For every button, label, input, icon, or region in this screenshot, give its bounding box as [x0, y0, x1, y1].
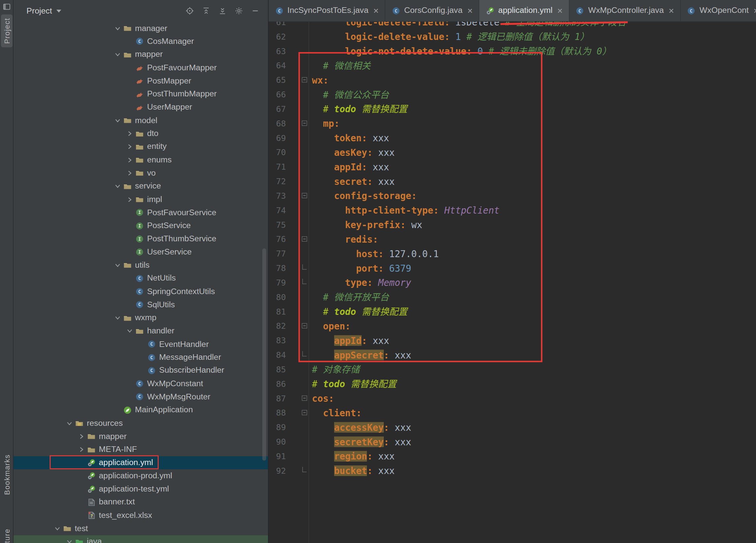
tab-application-yml[interactable]: application.yml× [479, 0, 570, 21]
editor-line-75[interactable]: 75 key-prefix: wx [269, 217, 756, 232]
chevron-down-icon[interactable] [56, 9, 61, 12]
editor-line-90[interactable]: 90 secretKey: xxx [269, 434, 756, 449]
fold-end-marker-icon[interactable] [302, 279, 307, 284]
editor-line-73[interactable]: 73 config-storage: [269, 188, 756, 203]
editor-line-68[interactable]: 68 mp: [269, 116, 756, 131]
stripe-structure-button[interactable]: Structure [0, 529, 14, 543]
collapse-all-icon[interactable] [202, 7, 210, 15]
editor-line-92[interactable]: 92 bucket: xxx [269, 463, 756, 478]
close-icon[interactable]: × [669, 6, 674, 15]
tree-item-application-test-yml[interactable]: application-test.yml [14, 483, 268, 496]
settings-gear-icon[interactable] [235, 7, 243, 15]
tree-item-test-excel-xlsx[interactable]: ?test_excel.xlsx [14, 509, 268, 522]
tree-item-utils[interactable]: utils [14, 259, 268, 272]
editor-line-62[interactable]: 62 logic-delete-value: 1 # 逻辑已删除值（默认为 1） [269, 29, 756, 44]
tree-item-sqlutils[interactable]: CSqlUtils [14, 298, 268, 311]
fold-marker-icon[interactable] [302, 77, 307, 82]
tree-item-userservice[interactable]: IUserService [14, 245, 268, 259]
tree-item-application-prod-yml[interactable]: application-prod.yml [14, 469, 268, 483]
close-icon[interactable]: × [467, 6, 473, 15]
stripe-project-button[interactable]: Project [1, 15, 13, 47]
chevron-collapsed-icon[interactable] [76, 433, 87, 440]
editor-line-63[interactable]: 63 logic-not-delete-value: 0 # 逻辑未删除值（默认… [269, 44, 756, 58]
editor-line-74[interactable]: 74 http-client-type: HttpClient [269, 203, 756, 217]
tree-item-dto[interactable]: dto [14, 127, 268, 140]
tab-incsyncposttoes-java[interactable]: CIncSyncPostToEs.java× [269, 0, 385, 21]
tree-item-wxmp[interactable]: wxmp [14, 311, 268, 325]
chevron-expanded-icon[interactable] [124, 328, 135, 335]
editor-line-89[interactable]: 89 accessKey: xxx [269, 420, 756, 435]
editor-line-64[interactable]: 64 # 微信相关 [269, 58, 756, 73]
tab-wxopencont[interactable]: CWxOpenCont× [681, 0, 756, 21]
tree-item-model[interactable]: model [14, 114, 268, 127]
chevron-expanded-icon[interactable] [112, 183, 123, 189]
editor-line-81[interactable]: 81 # todo 需替换配置 [269, 304, 756, 319]
chevron-expanded-icon[interactable] [64, 538, 75, 543]
tree-item-mainapplication[interactable]: MainApplication [14, 403, 268, 417]
tree-item-entity[interactable]: entity [14, 140, 268, 153]
chevron-collapsed-icon[interactable] [124, 130, 135, 137]
fold-end-marker-icon[interactable] [302, 264, 307, 270]
chevron-expanded-icon[interactable] [112, 315, 123, 321]
tree-item-postthumbservice[interactable]: IPostThumbService [14, 232, 268, 245]
editor-line-84[interactable]: 84 appSecret: xxx [269, 348, 756, 362]
editor-line-76[interactable]: 76 redis: [269, 232, 756, 246]
tree-item-impl[interactable]: impl [14, 193, 268, 206]
tree-item-resources[interactable]: resources [14, 417, 268, 430]
tree-item-postservice[interactable]: IPostService [14, 219, 268, 232]
project-tool-window-icon[interactable] [3, 3, 11, 11]
project-panel-title[interactable]: Project [26, 6, 52, 16]
editor-line-70[interactable]: 70 aesKey: xxx [269, 145, 756, 160]
editor-line-91[interactable]: 91 region: xxx [269, 449, 756, 463]
chevron-expanded-icon[interactable] [52, 525, 63, 532]
editor-line-85[interactable]: 85# 对象存储 [269, 362, 756, 377]
editor-line-83[interactable]: 83 appId: xxx [269, 334, 756, 348]
project-tree-scrollbar[interactable] [262, 248, 266, 461]
fold-marker-icon[interactable] [302, 323, 307, 329]
tree-item-mapper[interactable]: mapper [14, 48, 268, 61]
editor-line-82[interactable]: 82 open: [269, 319, 756, 334]
editor-line-71[interactable]: 71 appId: xxx [269, 160, 756, 174]
expand-all-icon[interactable] [218, 7, 227, 15]
tab-wxmpcontroller-java[interactable]: CWxMpController.java× [569, 0, 680, 21]
chevron-expanded-icon[interactable] [112, 117, 123, 124]
fold-end-marker-icon[interactable] [302, 351, 307, 357]
tree-item-postmapper[interactable]: PostMapper [14, 74, 268, 87]
editor-line-66[interactable]: 66 # 微信公众平台 [269, 87, 756, 102]
fold-marker-icon[interactable] [302, 120, 307, 126]
editor-line-87[interactable]: 87cos: [269, 391, 756, 406]
fold-marker-icon[interactable] [302, 396, 307, 401]
tree-item-postthumbmapper[interactable]: PostThumbMapper [14, 87, 268, 101]
close-icon[interactable]: × [373, 6, 378, 15]
editor-line-78[interactable]: 78 port: 6379 [269, 261, 756, 275]
editor-line-67[interactable]: 67 # todo 需替换配置 [269, 102, 756, 116]
chevron-collapsed-icon[interactable] [124, 156, 135, 163]
fold-end-marker-icon[interactable] [302, 467, 307, 472]
tree-item-manager[interactable]: manager [14, 22, 268, 35]
editor-line-86[interactable]: 86# todo 需替换配置 [269, 377, 756, 391]
tree-item-java[interactable]: java [14, 535, 268, 543]
tree-item-application-yml[interactable]: application.yml [14, 456, 268, 469]
tree-item-handler[interactable]: handler [14, 325, 268, 338]
tree-item-banner-txt[interactable]: banner.txt [14, 496, 268, 509]
chevron-collapsed-icon[interactable] [124, 196, 135, 203]
editor-line-80[interactable]: 80 # 微信开放平台 [269, 290, 756, 304]
tree-item-messagehandler[interactable]: CMessageHandler [14, 351, 268, 364]
editor-line-72[interactable]: 72 secret: xxx [269, 174, 756, 188]
fold-marker-icon[interactable] [302, 193, 307, 198]
fold-marker-icon[interactable] [302, 410, 307, 415]
close-icon[interactable]: × [557, 6, 563, 15]
editor[interactable]: 61 logic-delete-field: isDelete # 全局逻辑删除… [269, 22, 756, 543]
tree-item-enums[interactable]: enums [14, 153, 268, 167]
tree-item-postfavourservice[interactable]: IPostFavourService [14, 206, 268, 219]
tree-item-subscribehandler[interactable]: CSubscribeHandler [14, 364, 268, 377]
editor-line-69[interactable]: 69 token: xxx [269, 131, 756, 145]
tree-item-service[interactable]: service [14, 179, 268, 193]
tree-item-meta-inf[interactable]: META-INF [14, 443, 268, 456]
chevron-collapsed-icon[interactable] [124, 170, 135, 176]
tree-item-eventhandler[interactable]: CEventHandler [14, 338, 268, 351]
chevron-expanded-icon[interactable] [64, 420, 75, 427]
chevron-expanded-icon[interactable] [112, 51, 123, 58]
tree-item-netutils[interactable]: CNetUtils [14, 272, 268, 285]
editor-line-65[interactable]: 65wx: [269, 73, 756, 87]
